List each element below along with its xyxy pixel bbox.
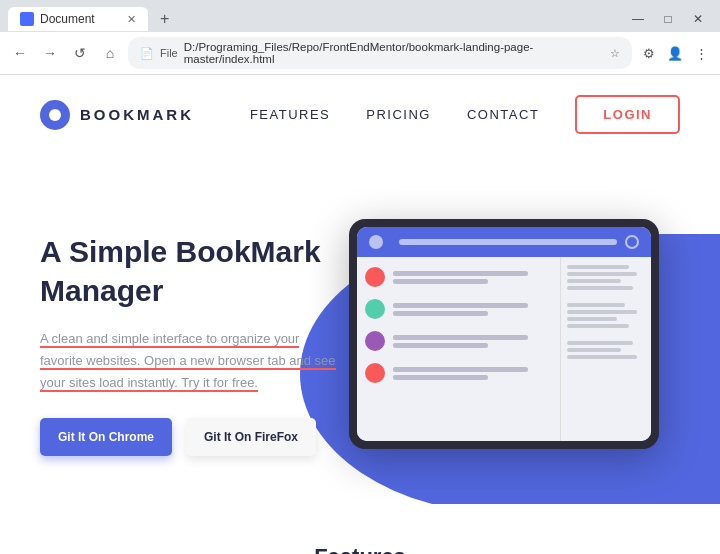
browser-toolbar: ← → ↺ ⌂ 📄 File D:/Programing_Files/Repo/… xyxy=(0,32,720,75)
menu-icon[interactable]: ⋮ xyxy=(690,42,712,64)
hero-desc-link[interactable]: Try xyxy=(181,375,199,392)
r-line xyxy=(567,324,629,328)
chrome-button[interactable]: Git It On Chrome xyxy=(40,418,172,456)
bm-line xyxy=(393,311,488,316)
nav-links: FEATURES PRICING CONTACT LOGIN xyxy=(250,95,680,134)
active-tab[interactable]: Document ✕ xyxy=(8,7,148,31)
bm-dot-3 xyxy=(365,331,385,351)
r-line xyxy=(567,341,633,345)
hero-illustration xyxy=(347,194,680,494)
toolbar-right-icons: ⚙ 👤 ⋮ xyxy=(638,42,712,64)
bm-line xyxy=(393,367,528,372)
hero-description: A clean and simple interface to organize… xyxy=(40,328,340,394)
bm-lines-1 xyxy=(393,271,552,284)
tablet-right-panel xyxy=(561,257,651,441)
logo-dot xyxy=(49,109,61,121)
bookmark-item-1 xyxy=(365,267,552,287)
features-section: Features xyxy=(0,504,720,554)
bookmark-item-3 xyxy=(365,331,552,351)
page-content: BOOKMARK FEATURES PRICING CONTACT LOGIN … xyxy=(0,75,720,554)
r-line xyxy=(567,286,633,290)
hero-buttons: Git It On Chrome Git It On FireFox xyxy=(40,418,347,456)
bm-line xyxy=(393,271,528,276)
logo-icon xyxy=(40,100,70,130)
bm-line xyxy=(393,279,488,284)
tablet-screen xyxy=(357,227,651,441)
extensions-icon[interactable]: ⚙ xyxy=(638,42,660,64)
bookmark-item-4 xyxy=(365,363,552,383)
hero-text: A Simple BookMarkManager A clean and sim… xyxy=(40,232,347,456)
bookmark-addr-icon[interactable]: ☆ xyxy=(610,47,620,60)
new-tab-button[interactable]: + xyxy=(152,6,177,32)
bm-lines-4 xyxy=(393,367,552,380)
tab-title: Document xyxy=(40,12,95,26)
bm-lines-3 xyxy=(393,335,552,348)
logo[interactable]: BOOKMARK xyxy=(40,100,194,130)
r-line xyxy=(567,265,629,269)
reload-button[interactable]: ↺ xyxy=(68,41,92,65)
bm-line xyxy=(393,375,488,380)
right-line-group-2 xyxy=(567,303,645,328)
r-line xyxy=(567,355,637,359)
r-line xyxy=(567,279,622,283)
topbar-search-bar xyxy=(399,239,617,245)
window-controls: — □ ✕ xyxy=(624,9,712,29)
browser-titlebar: Document ✕ + — □ ✕ xyxy=(0,0,720,32)
tablet-topbar xyxy=(357,227,651,257)
r-line xyxy=(567,348,622,352)
features-title: Features xyxy=(40,544,680,554)
profile-icon[interactable]: 👤 xyxy=(664,42,686,64)
address-bar[interactable]: 📄 File D:/Programing_Files/Repo/FrontEnd… xyxy=(128,37,632,69)
back-button[interactable]: ← xyxy=(8,41,32,65)
nav-features[interactable]: FEATURES xyxy=(250,107,330,122)
tablet-body xyxy=(357,257,651,441)
tab-close-button[interactable]: ✕ xyxy=(127,13,136,26)
topbar-circle-right xyxy=(625,235,639,249)
navbar: BOOKMARK FEATURES PRICING CONTACT LOGIN xyxy=(0,75,720,154)
address-text: D:/Programing_Files/Repo/FrontEndMentor/… xyxy=(184,41,604,65)
nav-pricing[interactable]: PRICING xyxy=(366,107,431,122)
browser-chrome: Document ✕ + — □ ✕ ← → ↺ ⌂ 📄 File D:/Pro… xyxy=(0,0,720,75)
home-button[interactable]: ⌂ xyxy=(98,41,122,65)
bookmark-item-2 xyxy=(365,299,552,319)
bm-lines-2 xyxy=(393,303,552,316)
bm-line xyxy=(393,303,528,308)
bm-dot-2 xyxy=(365,299,385,319)
r-line xyxy=(567,303,626,307)
bm-line xyxy=(393,335,528,340)
right-line-group-1 xyxy=(567,265,645,290)
address-icons: ☆ xyxy=(610,47,620,60)
hero-section: A Simple BookMarkManager A clean and sim… xyxy=(0,154,720,504)
tablet-bookmark-list xyxy=(357,257,560,441)
r-line xyxy=(567,272,637,276)
maximize-button[interactable]: □ xyxy=(654,9,682,29)
nav-login-button[interactable]: LOGIN xyxy=(575,95,680,134)
file-icon: 📄 xyxy=(140,47,154,60)
tab-favicon xyxy=(20,12,34,26)
bm-line xyxy=(393,343,488,348)
topbar-circle-left xyxy=(369,235,383,249)
tablet-mockup xyxy=(349,219,659,449)
hero-title: A Simple BookMarkManager xyxy=(40,232,347,310)
bm-dot-4 xyxy=(365,363,385,383)
file-label: File xyxy=(160,47,178,59)
hero-desc-after: it for free. xyxy=(199,375,258,392)
r-line xyxy=(567,310,637,314)
close-button[interactable]: ✕ xyxy=(684,9,712,29)
forward-button[interactable]: → xyxy=(38,41,62,65)
firefox-button[interactable]: Git It On FireFox xyxy=(186,418,316,456)
nav-contact[interactable]: CONTACT xyxy=(467,107,539,122)
right-line-group-3 xyxy=(567,341,645,359)
bm-dot-1 xyxy=(365,267,385,287)
minimize-button[interactable]: — xyxy=(624,9,652,29)
r-line xyxy=(567,317,618,321)
logo-text: BOOKMARK xyxy=(80,106,194,123)
